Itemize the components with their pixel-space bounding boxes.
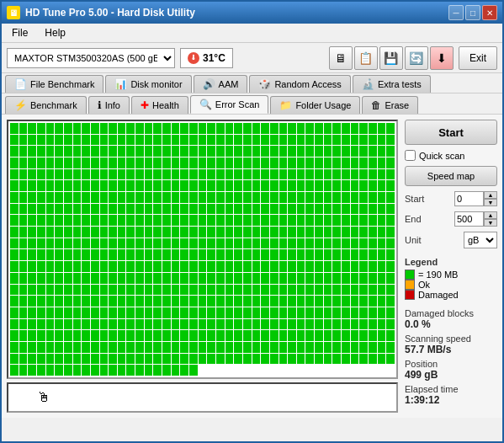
start-spin-down[interactable]: ▼ xyxy=(484,199,497,206)
quick-scan-checkbox[interactable] xyxy=(405,150,416,161)
quick-scan-label[interactable]: Quick scan xyxy=(419,151,464,161)
grid-cell xyxy=(225,123,234,134)
grid-cell xyxy=(342,135,350,146)
speed-map-button[interactable]: Speed map xyxy=(405,166,497,186)
grid-cell xyxy=(351,273,359,284)
grid-cell xyxy=(386,273,395,284)
error-scan-icon: 🔍 xyxy=(199,99,212,110)
grid-cell xyxy=(46,123,55,134)
toolbar-icon-4[interactable]: 🔄 xyxy=(405,46,428,70)
exit-button[interactable]: Exit xyxy=(459,46,497,70)
start-input[interactable] xyxy=(454,191,484,206)
grid-cell xyxy=(315,204,323,215)
grid-cell xyxy=(162,157,171,168)
menu-file[interactable]: File xyxy=(5,25,34,40)
grid-cell xyxy=(243,285,252,296)
grid-cell xyxy=(386,238,395,249)
grid-cell xyxy=(288,204,296,215)
grid-cell xyxy=(46,249,55,260)
grid-cell xyxy=(270,238,279,249)
grid-cell xyxy=(180,215,188,226)
grid-cell xyxy=(73,146,82,157)
drive-select[interactable]: MAXTOR STM3500320AS (500 gB) xyxy=(7,48,175,68)
toolbar-icon-3[interactable]: 💾 xyxy=(379,46,403,70)
tab-info[interactable]: ℹ Info xyxy=(88,96,130,114)
tab-erase[interactable]: 🗑 Erase xyxy=(362,96,418,114)
grid-cell xyxy=(342,169,350,180)
grid-cell xyxy=(359,307,368,318)
grid-cell xyxy=(118,238,126,249)
grid-cell xyxy=(243,146,252,157)
grid-cell xyxy=(342,146,350,157)
grid-cell xyxy=(378,169,386,180)
end-input[interactable] xyxy=(454,211,484,227)
grid-cell xyxy=(10,342,19,353)
grid-cell xyxy=(332,296,341,307)
start-button[interactable]: Start xyxy=(405,120,497,145)
grid-cell xyxy=(91,157,99,168)
grid-cell xyxy=(145,157,153,168)
tab-aam[interactable]: 🔊 AAM xyxy=(194,75,248,93)
minimize-button[interactable]: ─ xyxy=(448,5,464,20)
grid-cell xyxy=(153,365,162,376)
end-spin-up[interactable]: ▲ xyxy=(484,211,497,219)
grid-cell xyxy=(305,180,314,191)
toolbar-icon-5[interactable]: ⬇ xyxy=(430,46,454,70)
grid-cell xyxy=(118,215,126,226)
legend-item-green: = 190 MB xyxy=(405,270,497,280)
tab-random-access[interactable]: 🎲 Random Access xyxy=(249,75,350,93)
grid-cell xyxy=(359,296,368,307)
maximize-button[interactable]: □ xyxy=(465,5,480,20)
menu-help[interactable]: Help xyxy=(38,25,72,40)
grid-cell xyxy=(153,296,162,307)
grid-cell xyxy=(180,342,188,353)
grid-cell xyxy=(135,249,144,260)
start-spinner: ▲ ▼ xyxy=(484,191,497,206)
tab-health[interactable]: ✚ Health xyxy=(131,96,188,114)
end-spin-down[interactable]: ▼ xyxy=(484,219,497,227)
grid-cell xyxy=(91,296,99,307)
grid-cell xyxy=(332,238,341,249)
start-spin-up[interactable]: ▲ xyxy=(484,191,497,199)
grid-cell xyxy=(109,204,117,215)
main-window: 🖥 HD Tune Pro 5.00 - Hard Disk Utility ─… xyxy=(0,0,504,443)
toolbar-icon-2[interactable]: 📋 xyxy=(354,46,378,70)
grid-cell xyxy=(91,342,99,353)
grid-cell xyxy=(386,135,395,146)
grid-cell xyxy=(305,157,314,168)
grid-cell xyxy=(118,249,126,260)
tab-benchmark[interactable]: ⚡ Benchmark xyxy=(5,96,87,114)
grid-cell xyxy=(145,169,153,180)
grid-cell xyxy=(261,238,269,249)
grid-cell xyxy=(64,307,72,318)
grid-cell xyxy=(270,261,279,272)
grid-cell xyxy=(46,135,55,146)
grid-cell xyxy=(369,135,377,146)
grid-cell xyxy=(118,273,126,284)
quick-scan-row: Quick scan xyxy=(405,150,497,161)
grid-cell xyxy=(279,123,288,134)
tab-disk-monitor[interactable]: 📊 Disk monitor xyxy=(105,75,191,93)
grid-cell xyxy=(351,285,359,296)
grid-cell xyxy=(351,249,359,260)
grid-cell xyxy=(180,365,188,376)
grid-cell xyxy=(145,354,153,365)
grid-cell xyxy=(28,273,36,284)
grid-cell xyxy=(118,307,126,318)
close-button[interactable]: ✕ xyxy=(482,5,497,20)
tab-extra-tests[interactable]: 🔬 Extra tests xyxy=(353,75,431,93)
toolbar-icon-1[interactable]: 🖥 xyxy=(329,46,353,70)
tab-error-scan[interactable]: 🔍 Error Scan xyxy=(190,95,269,114)
grid-cell xyxy=(297,169,305,180)
grid-cell xyxy=(369,261,377,272)
grid-cell xyxy=(145,330,153,341)
unit-select[interactable]: gB MB xyxy=(464,232,497,248)
grid-cell xyxy=(172,296,180,307)
grid-cell xyxy=(180,135,188,146)
tab-folder-usage[interactable]: 📁 Folder Usage xyxy=(270,96,360,114)
grid-cell xyxy=(315,296,323,307)
unit-param-label: Unit xyxy=(405,235,422,245)
grid-cell xyxy=(37,273,45,284)
grid-cell xyxy=(359,157,368,168)
tab-file-benchmark[interactable]: 📄 File Benchmark xyxy=(5,75,103,93)
